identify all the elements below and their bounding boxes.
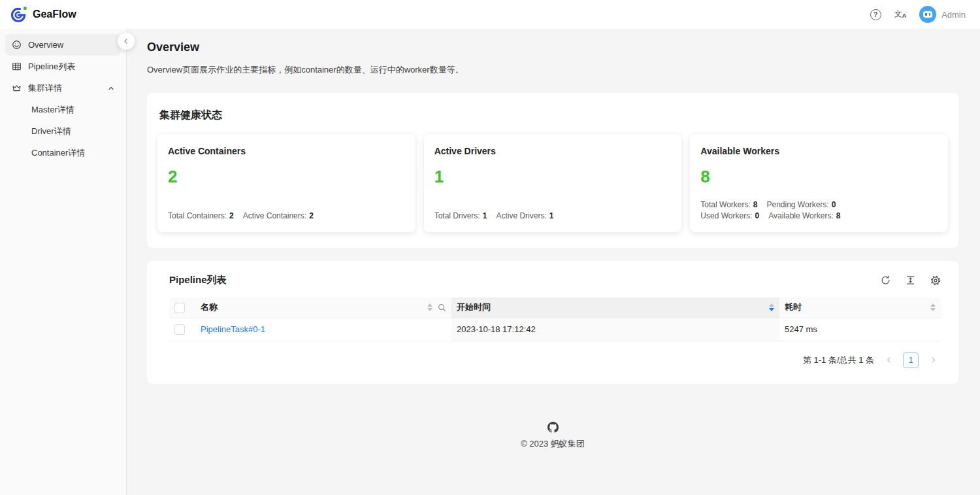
sorter-icon[interactable] [427,303,433,311]
pipeline-task-link[interactable]: PipelineTask#0-1 [201,324,265,334]
sidebar: Overview Pipeline列表 集群详情 [0,29,127,495]
stat-value: 0 [755,211,759,220]
stat-card-title: Active Drivers [434,146,672,156]
stat-card-title: Active Containers [168,146,405,156]
stat-card-active-containers: Active Containers 2 Total Containers:2 A… [157,134,416,232]
sidebar-subitem-driver-detail[interactable]: Driver详情 [5,120,121,142]
user-menu[interactable]: Admin [919,6,966,23]
user-avatar [919,6,936,23]
translate-icon[interactable]: 文 A [894,10,907,19]
brand[interactable]: GeaFlow [10,6,76,23]
column-header-start-time[interactable]: 开始时间 [451,298,779,318]
sidebar-subitem-container-detail[interactable]: Container详情 [5,142,121,163]
stat-value: 2 [229,211,234,220]
stat-item: Pending Workers:0 [767,199,836,211]
next-page-icon[interactable] [925,352,941,368]
column-header-name[interactable]: 名称 [195,298,451,318]
pipeline-list-section: Pipeline列表 [147,261,958,384]
copyright-text: © 2023 蚂蚁集团 [147,438,958,450]
stat-value: 0 [832,200,836,209]
stat-item: Total Drivers:1 [434,211,487,222]
sidebar-item-label: Overview [28,40,63,50]
sidebar-item-cluster-detail[interactable]: 集群详情 [5,77,121,99]
geaflow-logo-icon [10,6,27,23]
sidebar-subitem-label: Driver详情 [31,126,71,137]
sidebar-subitem-label: Container详情 [31,147,85,159]
pagination: 第 1-1 条/总共 1 条 1 [169,352,941,368]
row-checkbox[interactable] [174,324,185,335]
stat-value: 2 [309,211,314,220]
pipeline-card-header: Pipeline列表 [169,274,941,286]
stat-card-footer: Total Workers:8 Pending Workers:0 Used W… [700,199,938,222]
stat-card-footer: Total Containers:2 Active Containers:2 [168,211,405,222]
stat-item: Active Drivers:1 [496,211,553,222]
sidebar-subitem-master-detail[interactable]: Master详情 [5,99,121,120]
row-start-time-cell: 2023-10-18 17:12:42 [451,318,779,341]
stat-card-value: 2 [168,167,405,187]
robot-face-icon [923,11,932,18]
sidebar-item-label: 集群详情 [28,82,62,94]
crown-icon [12,83,22,93]
row-name-cell: PipelineTask#0-1 [195,318,451,341]
cluster-health-title: 集群健康状态 [159,109,948,122]
refresh-icon[interactable] [881,275,890,285]
stat-item: Active Containers:2 [243,211,314,222]
stat-item: Total Containers:2 [168,211,234,222]
sorter-icon-descend-active[interactable] [769,303,774,311]
column-label: 名称 [201,301,218,313]
page-description: Overview页面展示作业的主要指标，例如container的数量、运行中的w… [147,64,958,76]
stat-card-row: Active Containers 2 Total Containers:2 A… [157,134,948,232]
stat-card-active-drivers: Active Drivers 1 Total Drivers:1 Active … [424,134,682,232]
settings-icon[interactable] [930,275,941,286]
topbar-actions: ? 文 A Admin [870,6,966,23]
column-header-duration[interactable]: 耗时 [779,298,941,318]
select-all-checkbox[interactable] [174,303,185,313]
column-label: 开始时间 [457,301,491,313]
stat-value: 8 [753,200,758,209]
sidebar-item-label: Pipeline列表 [28,61,75,73]
table-header-row: 名称 开始时间 [169,298,941,318]
sidebar-item-pipeline-list[interactable]: Pipeline列表 [5,56,121,77]
prev-page-icon[interactable] [881,352,896,368]
translate-cn-glyph: 文 [894,10,902,18]
column-search-icon[interactable] [438,303,446,312]
top-header: GeaFlow ? 文 A Admin [0,0,980,29]
translate-en-glyph: A [902,13,907,19]
row-duration-cell: 5247 ms [779,318,941,341]
table-icon [12,61,22,71]
stat-card-available-workers: Available Workers 8 Total Workers:8 Pend… [690,134,948,232]
page-title: Overview [147,41,958,54]
chevron-up-icon [108,85,114,92]
stat-card-footer: Total Drivers:1 Active Drivers:1 [434,211,672,222]
main-content: Overview Overview页面展示作业的主要指标，例如container… [127,29,980,495]
cluster-health-section: 集群健康状态 Active Containers 2 Total Contain… [147,93,958,248]
column-height-icon[interactable] [906,275,915,285]
help-icon[interactable]: ? [870,9,881,20]
pipeline-card-title: Pipeline列表 [169,274,227,286]
page-number-button[interactable]: 1 [903,352,919,368]
sorter-icon[interactable] [930,303,936,311]
stat-value: 8 [836,211,841,220]
sidebar-subitem-label: Master详情 [31,104,74,116]
brand-name: GeaFlow [33,9,76,20]
stat-item: Available Workers:8 [768,211,840,222]
app-shell: Overview Pipeline列表 集群详情 [0,29,980,495]
select-all-cell [169,298,195,318]
column-label: 耗时 [785,301,802,313]
github-icon[interactable] [547,422,559,433]
table-toolbar [881,275,941,286]
stat-value: 1 [549,211,554,220]
stat-value: 1 [483,211,487,220]
user-name: Admin [941,10,966,20]
pagination-summary: 第 1-1 条/总共 1 条 [803,354,874,366]
stat-card-value: 1 [434,167,672,187]
row-select-cell [169,318,195,341]
sidebar-collapse-button[interactable] [118,33,135,50]
pipeline-table: 名称 开始时间 [169,298,941,341]
stat-card-title: Available Workers [700,146,938,156]
stat-card-value: 8 [700,167,938,187]
table-row: PipelineTask#0-1 2023-10-18 17:12:42 524… [169,318,941,341]
stat-item: Total Workers:8 [700,199,757,211]
sidebar-item-overview[interactable]: Overview [5,34,121,56]
chevron-left-icon [123,38,129,44]
